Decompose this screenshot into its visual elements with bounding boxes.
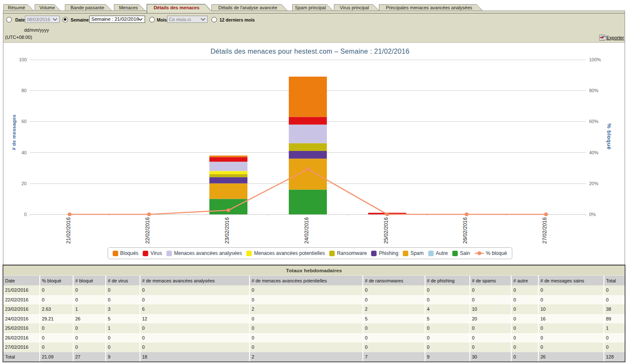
svg-text:21/02/2016: 21/02/2016 [66, 217, 71, 244]
svg-text:# de messages: # de messages [11, 115, 16, 150]
svg-text:80: 80 [22, 88, 27, 93]
svg-text:Spam principal: Spam principal [295, 5, 326, 10]
svg-text:Détails de l'analyse avancée: Détails de l'analyse avancée [218, 5, 277, 10]
svg-text:24/02/2016: 24/02/2016 [304, 217, 310, 244]
svg-text:27/02/2016: 27/02/2016 [542, 217, 548, 244]
svg-text:26/02/2016: 26/02/2016 [462, 217, 468, 244]
svg-text:Bande passante: Bande passante [71, 5, 104, 10]
svg-text:Volume: Volume [39, 5, 55, 10]
svg-text:80%: 80% [589, 88, 598, 93]
svg-text:23/02/2016: 23/02/2016 [224, 217, 230, 244]
svg-text:20: 20 [22, 181, 27, 186]
svg-text:40: 40 [22, 150, 27, 155]
svg-text:Détails des menaces: Détails des menaces [154, 5, 199, 10]
svg-text:22/02/2016: 22/02/2016 [145, 217, 151, 244]
svg-text:Résumé: Résumé [8, 5, 25, 10]
svg-text:60: 60 [22, 119, 27, 124]
svg-text:Détails des menaces pour heste: Détails des menaces pour hestest.com – S… [211, 48, 410, 55]
svg-text:% bloqué: % bloqué [606, 123, 612, 150]
svg-text:Virus principal: Virus principal [340, 5, 369, 10]
svg-text:Menaces: Menaces [119, 5, 138, 10]
svg-text:Principales menaces avancées a: Principales menaces avancées analysées [386, 5, 472, 10]
svg-text:60%: 60% [589, 119, 598, 124]
svg-text:20%: 20% [589, 181, 598, 186]
svg-text:0: 0 [24, 212, 27, 217]
svg-text:100: 100 [19, 57, 27, 62]
svg-text:40%: 40% [589, 150, 598, 155]
svg-text:100%: 100% [589, 57, 601, 62]
svg-text:0%: 0% [589, 212, 596, 217]
svg-text:25/02/2016: 25/02/2016 [383, 217, 389, 244]
